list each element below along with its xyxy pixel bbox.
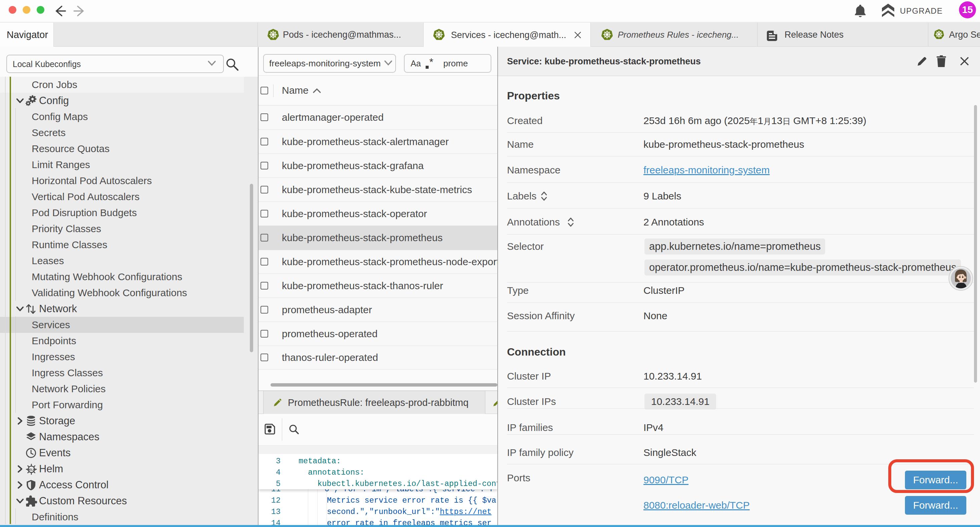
svg-text:HELM: HELM (27, 468, 36, 471)
